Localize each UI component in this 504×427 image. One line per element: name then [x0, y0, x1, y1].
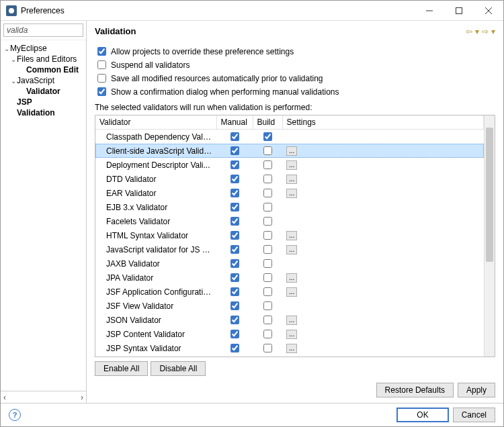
column-manual[interactable]: Manual [216, 115, 253, 130]
manual-checkbox[interactable] [230, 245, 239, 254]
settings-button[interactable]: ... [286, 330, 297, 339]
tree-node[interactable]: Validation [1, 107, 86, 118]
preferences-tree[interactable]: ⌄MyEclipse⌄Files and EditorsCommon Edit⌄… [1, 40, 86, 391]
build-checkbox[interactable] [263, 330, 272, 338]
saveall-checkbox[interactable] [97, 74, 106, 83]
validator-row[interactable]: Client-side JavaScript Valida...... [95, 144, 484, 158]
validator-row[interactable]: HTML Syntax Validator... [95, 228, 484, 242]
settings-button[interactable]: ... [286, 245, 297, 254]
restore-defaults-button[interactable]: Restore Defaults [376, 383, 454, 397]
settings-button[interactable]: ... [286, 160, 297, 170]
settings-button[interactable]: ... [286, 316, 297, 325]
build-checkbox[interactable] [263, 259, 272, 268]
build-checkbox[interactable] [263, 301, 272, 310]
validator-row[interactable]: JPA Validator... [95, 271, 484, 285]
manual-checkbox[interactable] [230, 203, 239, 211]
scroll-left-icon[interactable]: ‹ [3, 393, 6, 402]
menu-icon[interactable]: ⇨ [482, 27, 489, 36]
apply-button[interactable]: Apply [458, 383, 495, 397]
settings-button[interactable]: ... [286, 344, 297, 353]
validators-table-scroll[interactable]: Validator Manual Build Settings Classpat… [95, 115, 484, 357]
enable-all-button[interactable]: Enable All [95, 361, 148, 376]
validator-row[interactable]: Classpath Dependency Valid... [95, 130, 484, 144]
cancel-button[interactable]: Cancel [453, 408, 495, 422]
collapse-icon[interactable]: ⌄ [3, 45, 10, 52]
validator-row[interactable]: EAR Validator... [95, 186, 484, 200]
build-checkbox[interactable] [263, 175, 272, 183]
validator-row[interactable]: JSF Application Configuratio...... [95, 285, 484, 299]
tree-node[interactable]: Common Edit [1, 64, 86, 75]
build-checkbox[interactable] [263, 287, 272, 296]
filter-input[interactable] [3, 23, 83, 37]
manual-checkbox[interactable] [230, 344, 239, 352]
collapse-icon[interactable]: ⌄ [10, 77, 17, 85]
column-build[interactable]: Build [253, 115, 282, 130]
build-checkbox[interactable] [263, 344, 272, 352]
back-icon[interactable]: ⇦ [466, 27, 472, 36]
confirm-checkbox[interactable] [97, 87, 106, 96]
validator-row[interactable]: JSP Content Validator... [95, 327, 484, 341]
build-checkbox[interactable] [263, 217, 272, 226]
manual-checkbox[interactable] [230, 301, 239, 310]
validator-row[interactable]: JSF View Validator [95, 299, 484, 313]
manual-checkbox[interactable] [230, 259, 239, 268]
manual-checkbox[interactable] [230, 189, 239, 197]
build-checkbox[interactable] [263, 132, 272, 141]
manual-checkbox[interactable] [230, 330, 239, 338]
tree-node[interactable]: ⌄Files and Editors [1, 54, 86, 64]
tree-node[interactable]: Validator [1, 86, 86, 97]
dropdown-icon[interactable]: ▾ [491, 27, 495, 36]
maximize-button[interactable] [444, 1, 474, 20]
column-settings[interactable]: Settings [282, 115, 484, 130]
vertical-scrollbar[interactable] [484, 115, 495, 357]
build-checkbox[interactable] [263, 203, 272, 211]
forward-icon[interactable]: ▾ [475, 27, 479, 36]
tree-node[interactable]: JSP [1, 97, 86, 107]
scroll-right-icon[interactable]: › [81, 393, 83, 402]
tree-node[interactable]: ⌄MyEclipse [1, 43, 86, 54]
build-checkbox[interactable] [263, 231, 272, 240]
settings-button[interactable]: ... [286, 287, 297, 297]
build-checkbox[interactable] [263, 245, 272, 254]
close-button[interactable] [474, 1, 503, 20]
validator-row[interactable]: DTD Validator... [95, 172, 484, 186]
column-validator[interactable]: Validator [95, 115, 216, 130]
scrollbar-thumb[interactable] [486, 128, 493, 262]
option-override[interactable]: Allow projects to override these prefere… [95, 45, 495, 58]
validator-row[interactable]: Report Validator [95, 355, 484, 357]
sidebar-horizontal-scroll[interactable]: ‹ › [1, 391, 86, 403]
build-checkbox[interactable] [263, 189, 272, 197]
option-saveall[interactable]: Save all modified resources automaticall… [95, 72, 495, 85]
settings-button[interactable]: ... [286, 175, 297, 184]
help-icon[interactable]: ? [9, 409, 21, 421]
build-checkbox[interactable] [263, 316, 272, 324]
validator-row[interactable]: EJB 3.x Validator [95, 200, 484, 214]
disable-all-button[interactable]: Disable All [151, 361, 206, 376]
settings-button[interactable]: ... [286, 189, 297, 198]
build-checkbox[interactable] [263, 273, 272, 282]
manual-checkbox[interactable] [230, 231, 239, 240]
option-suspend[interactable]: Suspend all validators [95, 58, 495, 71]
manual-checkbox[interactable] [230, 273, 239, 282]
tree-node[interactable]: ⌄JavaScript [1, 75, 86, 86]
settings-button[interactable]: ... [286, 146, 297, 156]
build-checkbox[interactable] [263, 160, 272, 169]
manual-checkbox[interactable] [230, 316, 239, 324]
option-confirm[interactable]: Show a confirmation dialog when performi… [95, 85, 495, 98]
manual-checkbox[interactable] [230, 175, 239, 183]
manual-checkbox[interactable] [230, 217, 239, 226]
validator-row[interactable]: Facelets Validator [95, 214, 484, 228]
settings-button[interactable]: ... [286, 273, 297, 283]
ok-button[interactable]: OK [396, 408, 448, 422]
validator-row[interactable]: JavaScript validator for JS files... [95, 242, 484, 256]
validator-row[interactable]: JSON Validator... [95, 313, 484, 327]
build-checkbox[interactable] [263, 146, 272, 155]
validator-row[interactable]: Deployment Descriptor Vali...... [95, 158, 484, 172]
manual-checkbox[interactable] [230, 132, 239, 141]
minimize-button[interactable] [415, 1, 444, 20]
settings-button[interactable]: ... [286, 231, 297, 240]
validator-row[interactable]: JSP Syntax Validator... [95, 341, 484, 355]
override-checkbox[interactable] [97, 47, 106, 56]
suspend-checkbox[interactable] [97, 60, 106, 69]
validator-row[interactable]: JAXB Validator [95, 256, 484, 271]
